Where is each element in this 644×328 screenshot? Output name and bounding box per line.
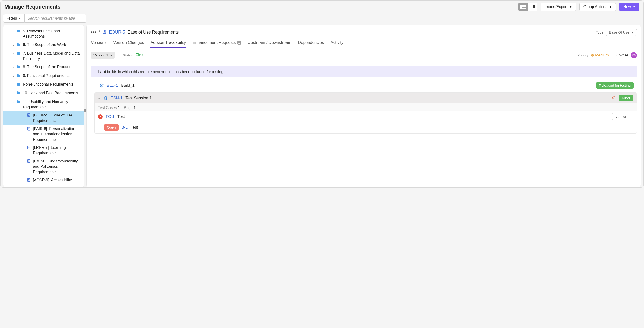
view-toggle [518,3,537,11]
tab-versions[interactable]: Versions [90,38,107,48]
filters-label: Filters [7,16,17,20]
chevron-down-icon[interactable]: ⌄ [94,84,97,87]
sidebar-item-label: 10. Look and Feel Requirements [23,90,78,96]
caret-down-icon: ▼ [609,6,612,8]
chevron-down-icon[interactable]: ⌄ [98,96,101,100]
tab-label: Enhancement Requests [192,40,236,45]
tab-label: Upstream / Downstream [248,40,292,45]
sidebar-item-label: [PAIR-6] Personalization and Internation… [33,126,82,142]
tab-version-traceability[interactable]: Version Traceability [150,38,186,48]
split-view-icon [530,5,535,9]
testcase-version-badge[interactable]: Version 1 [612,113,633,120]
bug-status-badge: Open [104,124,119,130]
priority-icon [591,54,594,57]
breadcrumb-separator: / [99,30,100,35]
type-label: Type [596,30,604,34]
chevron-right-icon[interactable]: › [12,74,15,78]
sidebar-item[interactable]: [UAP-8] Understandability and Politeness… [3,157,84,176]
group-actions-label: Group Actions [584,5,608,9]
sidebar-item-label: [ACCR-9] Accessibility [33,178,72,183]
panel-resize-handle[interactable]: ⦀ [84,108,86,114]
build-id-link[interactable]: BLD-1 [107,83,118,88]
session-status-badge: Final [619,95,633,101]
folder-icon [17,51,22,57]
group-actions-button[interactable]: Group Actions ▼ [580,2,616,11]
tab-dependencies[interactable]: Dependencies [298,38,324,48]
sidebar-folder[interactable]: ›8. The Scope of the Product [3,63,84,72]
priority-value: Medium [591,53,609,58]
folder-icon [17,91,22,96]
version-select[interactable]: Version 1 ▼ [90,52,115,58]
sidebar-item-label: 6. The Scope of the Work [23,42,66,48]
version-label: Version 1 [94,53,108,57]
sidebar: ›5. Relevant Facts and Assumptions›6. Th… [3,25,84,187]
requirement-icon [27,178,32,184]
sidebar-item[interactable]: [LRNR-7] Learning Requirements [3,144,84,157]
caret-down-icon: ▼ [570,6,572,8]
import-export-label: Import/Export [545,5,568,9]
sidebar-folder[interactable]: ›7. Business Data Model and Data Diction… [3,49,84,63]
testcase-name: Test [118,114,125,119]
filters-button[interactable]: Filters ▼ [3,14,24,23]
tab-enhancement-requests[interactable]: Enhancement Requests1 [192,38,241,48]
view-list-button[interactable] [518,3,528,11]
session-id-link[interactable]: TSN-1 [111,96,122,100]
tab-version-changes[interactable]: Version Changes [113,38,144,48]
sidebar-item-label: 7. Business Data Model and Data Dictiona… [23,51,82,62]
chevron-right-icon[interactable]: › [12,92,15,96]
tab-label: Dependencies [298,40,324,45]
chevron-right-icon[interactable]: › [12,43,15,47]
chevron-right-icon[interactable]: › [12,30,15,34]
folder-icon [17,29,22,34]
detail-tabs: VersionsVersion ChangesVersion Traceabil… [90,38,637,48]
search-input[interactable] [24,14,86,23]
tab-label: Activity [331,40,344,45]
chevron-down-icon[interactable]: ⌄ [12,100,15,104]
list-view-icon [520,5,526,9]
sidebar-item[interactable]: [ACCR-9] Accessibility [3,176,84,185]
detail-panel: ••• / EOUR-5 Ease of Use Requirements Ty… [86,25,641,187]
sidebar-folder[interactable]: ›6. The Scope of the Work [3,41,84,50]
folder-icon [17,82,22,88]
caret-down-icon: ▼ [631,31,634,34]
import-export-button[interactable]: Import/Export ▼ [540,2,576,11]
sidebar-item-label: Non-Functional Requirements [23,82,74,87]
testcases-count-label: Test Cases [98,106,117,110]
tab-upstream-downstream[interactable]: Upstream / Downstream [247,38,292,48]
build-name: Build_1 [121,83,134,88]
chevron-right-icon[interactable]: › [12,52,15,56]
sidebar-folder[interactable]: ⌄11. Usability and Humanity Requirements [3,98,84,112]
sidebar-item[interactable]: [PAIR-6] Personalization and Internation… [3,125,84,144]
new-label: New [623,5,631,9]
folder-icon [17,100,22,105]
svg-rect-3 [522,8,526,9]
info-banner: List of builds in which this requirement… [90,66,637,78]
bugs-count: 1 [134,106,136,110]
type-value: Ease Of Use [609,30,629,34]
sidebar-folder[interactable]: ›10. Look and Feel Requirements [3,89,84,98]
new-button[interactable]: New ▼ [619,2,640,11]
sidebar-folder[interactable]: Non-Functional Requirements [3,80,84,89]
folder-icon [17,42,22,48]
breadcrumb-id[interactable]: EOUR-5 [109,30,125,35]
sidebar-item-label: 5. Relevant Facts and Assumptions [23,28,82,39]
tab-activity[interactable]: Activity [330,38,344,48]
svg-rect-2 [522,6,526,8]
breadcrumb-more-icon[interactable]: ••• [90,30,96,35]
chevron-right-icon[interactable]: › [12,65,15,69]
bug-id-link[interactable]: B-1 [122,125,128,130]
sidebar-item[interactable]: [EOUR-5] Ease of Use Requirements [3,111,84,125]
tab-label: Version Changes [113,40,144,45]
owner-avatar[interactable]: MS [631,52,637,58]
view-split-button[interactable] [528,3,537,11]
testcase-fail-icon: ✕ [98,114,103,119]
sidebar-item-label: 8. The Scope of the Product [23,64,70,70]
testcase-id-link[interactable]: TC-1 [106,114,114,119]
sidebar-folder[interactable]: ›5. Relevant Facts and Assumptions [3,27,84,41]
requirement-icon [27,126,32,132]
session-name: Test Session 1 [125,96,152,100]
sidebar-item-label: 9. Functional Requirements [23,73,70,78]
sidebar-folder[interactable]: ›9. Functional Requirements [3,72,84,80]
type-select[interactable]: Ease Of Use ▼ [606,28,637,36]
sidebar-item-label: [LRNR-7] Learning Requirements [33,145,82,156]
